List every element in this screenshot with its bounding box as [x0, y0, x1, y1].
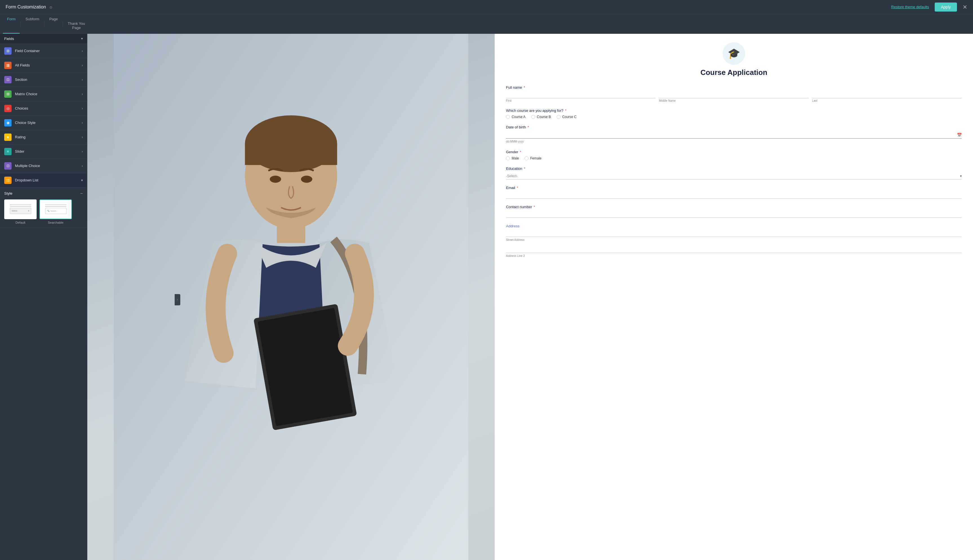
matrix-choice-label: Matrix Choice	[15, 92, 37, 96]
fields-dropdown[interactable]: Fields ▾	[0, 34, 87, 44]
education-label: Education *	[506, 167, 962, 171]
male-label: Male	[511, 156, 519, 160]
collapse-chevron-icon: ‹	[177, 298, 178, 301]
sidebar-item-field-container[interactable]: ⊞ Field Container ›	[0, 44, 87, 58]
gear-icon[interactable]: ☼	[49, 5, 53, 10]
tab-page[interactable]: Page	[45, 14, 62, 33]
street-address-input[interactable]	[506, 230, 962, 237]
calendar-icon: 📅	[957, 133, 962, 137]
dropdown-list-arrow-icon: ▾	[81, 178, 83, 182]
street-address-group: Street Address	[506, 230, 962, 242]
tab-thank-you[interactable]: Thank You Page	[63, 14, 89, 33]
sidebar-item-section[interactable]: ⊡ Section ›	[0, 73, 87, 87]
header-left: Form Customization ☼	[6, 5, 53, 10]
form-title: Course Application	[700, 68, 767, 77]
choices-label: Choices	[15, 106, 28, 110]
close-button[interactable]: ✕	[963, 4, 967, 10]
dob-input[interactable]	[506, 133, 957, 137]
main-layout: Fields ▾ ⊞ Field Container › ▦ All Field…	[0, 34, 973, 560]
choice-style-icon: ◉	[4, 119, 12, 127]
field-dob: Date of birth * 📅 dd-MMM-yyyy	[506, 125, 962, 144]
female-radio-circle	[525, 156, 528, 160]
required-star: *	[524, 85, 525, 90]
middle-name-input[interactable]	[659, 92, 808, 98]
gender-label: Gender *	[506, 150, 962, 154]
sidebar-item-dropdown-list[interactable]: ▤ Dropdown List ▾	[0, 173, 87, 188]
preview-line-4	[45, 206, 67, 207]
course-radio-group: Course A Course B Course C	[506, 115, 962, 119]
last-name-input[interactable]	[812, 92, 962, 98]
field-container-icon: ⊞	[4, 47, 12, 55]
field-address: Address Street Address Address Line 2	[506, 224, 962, 258]
female-radio[interactable]: Female	[525, 156, 541, 160]
sidebar-item-multiple-choice[interactable]: ⊡ Multiple Choice ›	[0, 159, 87, 173]
preview-line-1	[10, 205, 31, 205]
svg-rect-3	[245, 144, 337, 165]
all-fields-icon: ▦	[4, 62, 12, 69]
sidebar-collapse-handle[interactable]: ‹	[175, 294, 180, 305]
sidebar-item-rating[interactable]: ★ Rating ›	[0, 130, 87, 145]
last-name-group: Last	[812, 92, 962, 102]
photo-area	[87, 34, 495, 560]
sidebar: Fields ▾ ⊞ Field Container › ▦ All Field…	[0, 34, 87, 560]
person-illustration	[87, 34, 495, 560]
multiple-choice-arrow-icon: ›	[82, 164, 83, 168]
slider-label: Slider	[15, 149, 24, 153]
course-b-radio[interactable]: Course B	[531, 115, 551, 119]
style-title: Style	[4, 191, 12, 195]
full-name-label: Full name *	[506, 85, 962, 90]
male-radio-circle	[506, 156, 510, 160]
first-name-input[interactable]	[506, 92, 655, 98]
restore-defaults-link[interactable]: Restore theme defaults	[891, 5, 929, 9]
dob-field-wrapper: 📅	[506, 132, 962, 138]
email-required-star: *	[516, 186, 518, 190]
sidebar-item-all-fields[interactable]: ▦ All Fields ›	[0, 58, 87, 73]
section-icon: ⊡	[4, 76, 12, 83]
fields-dropdown-label: Fields	[4, 37, 14, 41]
course-label: Which course are you applying for? *	[506, 108, 962, 113]
address-label: Address	[506, 224, 962, 228]
all-fields-arrow-icon: ›	[82, 63, 83, 67]
slider-arrow-icon: ›	[82, 150, 83, 153]
choices-arrow-icon: ›	[82, 107, 83, 110]
sidebar-item-matrix-choice[interactable]: ⊞ Matrix Choice ›	[0, 87, 87, 102]
contact-required-star: *	[533, 205, 535, 209]
form-logo: 🎓	[723, 42, 745, 65]
education-select-value: -Select-	[506, 174, 518, 178]
form-header: 🎓 Course Application	[506, 42, 962, 77]
matrix-choice-arrow-icon: ›	[82, 92, 83, 96]
field-container-label: Field Container	[15, 49, 40, 53]
field-container-arrow-icon: ›	[82, 49, 83, 53]
course-a-radio[interactable]: Course A	[506, 115, 525, 119]
style-collapse-button[interactable]: −	[80, 191, 83, 196]
apply-button[interactable]: Apply	[935, 3, 957, 12]
male-radio[interactable]: Male	[506, 156, 519, 160]
rating-arrow-icon: ›	[82, 135, 83, 139]
dob-label: Date of birth *	[506, 125, 962, 129]
education-select-arrow-icon: ▾	[960, 174, 962, 178]
sidebar-item-slider[interactable]: ≡ Slider ›	[0, 145, 87, 159]
tab-form[interactable]: Form	[3, 14, 20, 33]
address-line2-group: Address Line 2	[506, 247, 962, 258]
field-course: Which course are you applying for? * Cou…	[506, 108, 962, 119]
contact-input[interactable]	[506, 211, 962, 218]
sidebar-item-choices[interactable]: ◎ Choices ›	[0, 102, 87, 116]
address-line2-sublabel: Address Line 2	[506, 254, 525, 257]
course-b-label: Course B	[537, 115, 551, 119]
address-line2-input[interactable]	[506, 247, 962, 253]
tabs-bar: Form | Subform | Page | Thank You Page	[0, 14, 973, 34]
svg-point-8	[301, 175, 312, 183]
first-name-group: First	[506, 92, 655, 102]
email-input[interactable]	[506, 192, 962, 198]
sidebar-item-choice-style[interactable]: ◉ Choice Style ›	[0, 116, 87, 130]
middle-name-sublabel: Middle Name	[659, 99, 808, 102]
header-right: Restore theme defaults Apply ✕	[891, 3, 967, 12]
style-option-searchable[interactable]: 🔍 Search... Searchable	[40, 200, 72, 224]
all-fields-label: All Fields	[15, 63, 30, 67]
choice-style-label: Choice Style	[15, 120, 35, 125]
field-gender: Gender * Male Female	[506, 150, 962, 160]
course-c-radio[interactable]: Course C	[556, 115, 576, 119]
style-option-default[interactable]: Select ▾ Default	[4, 200, 37, 224]
tab-subform[interactable]: Subform	[22, 14, 44, 33]
education-select[interactable]: -Select- ▾	[506, 173, 962, 180]
